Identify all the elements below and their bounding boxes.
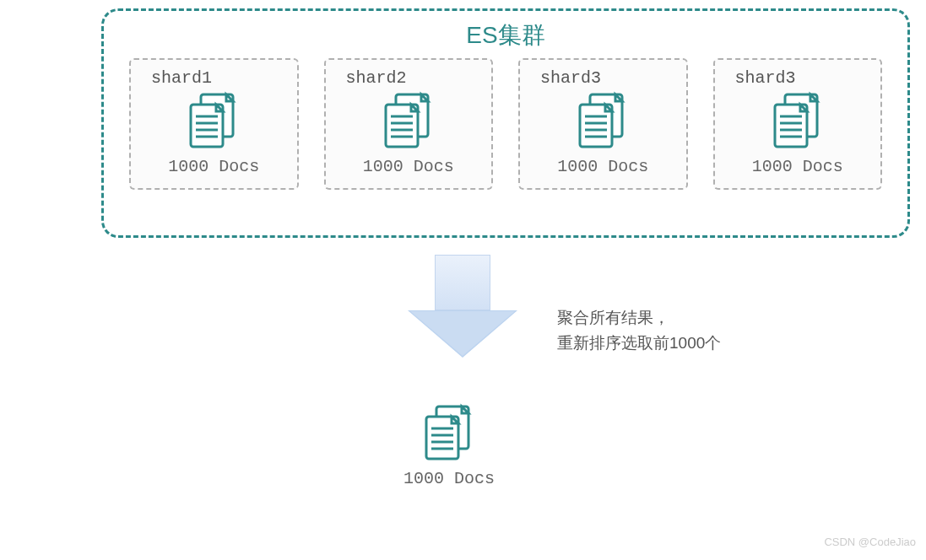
result-box: 1000 Docs xyxy=(403,403,495,488)
documents-icon xyxy=(768,91,827,152)
shard-box: shard3 1000 Docs xyxy=(713,58,883,190)
annotation-text: 聚合所有结果， 重新排序选取前1000个 xyxy=(557,305,721,357)
shard-label: shard1 xyxy=(151,68,212,88)
shard-box: shard3 1000 Docs xyxy=(518,58,688,190)
shard-doc-count: 1000 Docs xyxy=(168,157,259,176)
shard-doc-count: 1000 Docs xyxy=(363,157,454,176)
documents-icon xyxy=(379,91,438,152)
shard-box: shard1 1000 Docs xyxy=(129,58,299,190)
documents-icon xyxy=(573,91,632,152)
cluster-title: ES集群 xyxy=(121,19,891,51)
annotation-line2: 重新排序选取前1000个 xyxy=(557,331,721,356)
documents-icon xyxy=(184,91,243,152)
documents-icon xyxy=(420,403,479,464)
watermark: CSDN @CodeJiao xyxy=(824,536,916,548)
shard-label: shard3 xyxy=(735,68,796,88)
shard-doc-count: 1000 Docs xyxy=(557,157,648,176)
shard-box: shard2 1000 Docs xyxy=(324,58,494,190)
shard-label: shard3 xyxy=(540,68,601,88)
shard-doc-count: 1000 Docs xyxy=(752,157,843,176)
shard-label: shard2 xyxy=(346,68,407,88)
flow-arrow-icon xyxy=(408,255,517,364)
shards-row: shard1 1000 Docs shard2 xyxy=(121,58,891,190)
es-cluster-box: ES集群 shard1 1000 Docs shard2 xyxy=(101,8,910,238)
annotation-line1: 聚合所有结果， xyxy=(557,305,721,331)
result-doc-count: 1000 Docs xyxy=(403,469,495,488)
